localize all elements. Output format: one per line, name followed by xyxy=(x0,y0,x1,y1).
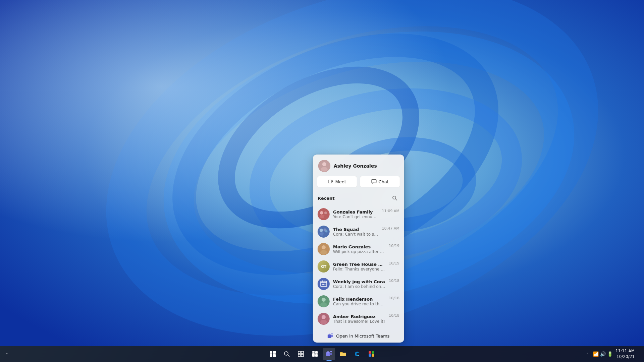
edge-icon xyxy=(354,351,360,357)
chat-time: 10/19 xyxy=(389,244,399,248)
avatar xyxy=(318,313,330,325)
chat-info: Green Tree House PTA Felix: Thanks every… xyxy=(333,262,385,272)
svg-rect-50 xyxy=(298,354,301,357)
svg-point-58 xyxy=(330,351,332,353)
search-icon xyxy=(392,195,397,201)
widgets-icon xyxy=(312,351,318,357)
user-avatar-img xyxy=(318,160,330,172)
svg-point-43 xyxy=(329,334,330,336)
chat-preview: Will pick up pizza after my practice. xyxy=(333,249,385,254)
svg-point-37 xyxy=(322,298,326,302)
list-item[interactable]: Felix Henderson Can you drive me to the … xyxy=(314,293,403,310)
popup-header: Ashley Gonzales xyxy=(313,155,404,176)
windows-logo xyxy=(270,351,276,357)
chat-button[interactable]: Chat xyxy=(360,176,400,187)
store-icon xyxy=(368,351,374,357)
svg-point-38 xyxy=(320,302,327,307)
svg-rect-55 xyxy=(315,354,318,357)
svg-point-33 xyxy=(322,284,323,285)
chat-time: 10:47 AM xyxy=(382,226,399,231)
open-teams-button[interactable]: Open in Microsoft Teams xyxy=(313,329,404,343)
list-item[interactable]: Gonzales Family You: Can't get enough of… xyxy=(314,205,403,223)
list-item[interactable]: Amber Rodriguez That is awesome! Love it… xyxy=(314,310,403,327)
search-button[interactable] xyxy=(390,193,399,203)
chat-name: Gonzales Family xyxy=(333,209,379,215)
avatar xyxy=(318,295,330,307)
list-item[interactable]: GT Green Tree House PTA Felix: Thanks ev… xyxy=(314,258,403,275)
chat-name: The Squad xyxy=(333,227,379,232)
svg-rect-63 xyxy=(372,354,374,357)
svg-point-10 xyxy=(321,167,328,172)
meet-button[interactable]: Meet xyxy=(317,176,357,187)
recent-label: Recent xyxy=(318,196,335,201)
list-item[interactable]: Mario Gonzales Will pick up pizza after … xyxy=(314,240,403,258)
chat-preview: Felix: Thanks everyone for attending tod… xyxy=(333,267,385,272)
avatar: GT xyxy=(318,260,330,273)
chat-preview: That is awesome! Love it! xyxy=(333,319,385,324)
system-icons: 📶 🔊 🔋 xyxy=(593,351,613,357)
wifi-icon[interactable]: 📶 xyxy=(593,351,599,357)
clock-date: 10/20/21 xyxy=(615,354,635,360)
svg-point-40 xyxy=(322,315,326,319)
teams-taskbar-icon xyxy=(326,351,332,357)
edge-button[interactable] xyxy=(351,348,363,360)
chat-name: Weekly jog with Cora xyxy=(333,279,385,284)
username: Ashley Gonzales xyxy=(334,163,377,169)
taskbar: ⌃ xyxy=(0,346,644,362)
svg-rect-49 xyxy=(301,351,304,354)
file-explorer-button[interactable] xyxy=(337,348,349,360)
avatar xyxy=(318,243,330,255)
svg-rect-62 xyxy=(369,354,371,357)
svg-line-47 xyxy=(288,355,289,357)
chat-name: Green Tree House PTA xyxy=(333,262,385,267)
chat-popup: Ashley Gonzales Meet Chat Recent xyxy=(313,155,404,343)
widgets-button[interactable] xyxy=(309,348,321,360)
svg-line-14 xyxy=(395,199,397,200)
start-button[interactable] xyxy=(267,348,279,360)
svg-rect-52 xyxy=(312,351,315,353)
task-view-icon xyxy=(298,351,304,357)
svg-point-20 xyxy=(318,226,330,238)
teams-chat-button[interactable] xyxy=(323,348,335,360)
taskbar-center xyxy=(267,348,377,360)
chat-preview: Cora: Can't wait to see everyone! xyxy=(333,232,379,237)
svg-rect-12 xyxy=(372,180,376,183)
svg-point-35 xyxy=(324,284,325,285)
calendar-icon xyxy=(320,280,327,288)
chat-info: The Squad Cora: Can't wait to see everyo… xyxy=(333,227,379,237)
svg-point-57 xyxy=(327,351,329,353)
svg-rect-59 xyxy=(329,353,332,355)
svg-rect-53 xyxy=(315,351,318,354)
system-tray-expand[interactable]: ⌃ xyxy=(585,351,590,357)
svg-point-27 xyxy=(322,245,326,249)
svg-rect-45 xyxy=(331,335,333,337)
svg-point-16 xyxy=(320,211,323,215)
volume-icon[interactable]: 🔊 xyxy=(600,351,606,357)
svg-point-19 xyxy=(324,216,328,218)
task-view-button[interactable] xyxy=(295,348,307,360)
chat-preview: Can you drive me to the PTA today? xyxy=(333,302,385,306)
overflow-button[interactable]: ⌃ xyxy=(4,351,9,357)
clock[interactable]: 11:11 AM 10/20/21 xyxy=(615,348,635,360)
svg-rect-48 xyxy=(298,351,301,354)
battery-icon[interactable]: 🔋 xyxy=(607,351,613,357)
avatar xyxy=(318,208,330,220)
svg-point-17 xyxy=(324,212,327,214)
store-button[interactable] xyxy=(365,348,377,360)
search-taskbar-button[interactable] xyxy=(281,348,293,360)
chat-preview: Cora: I am so behind on my step goals. xyxy=(333,284,385,289)
list-item[interactable]: Weekly jog with Cora Cora: I am so behin… xyxy=(314,275,403,293)
chat-preview: You: Can't get enough of her. xyxy=(333,215,379,219)
chat-info: Weekly jog with Cora Cora: I am so behin… xyxy=(333,279,385,289)
svg-point-34 xyxy=(323,284,324,285)
svg-point-44 xyxy=(331,333,333,335)
svg-point-9 xyxy=(322,162,326,166)
chat-time: 10/19 xyxy=(389,261,399,265)
svg-point-21 xyxy=(320,229,323,232)
svg-point-15 xyxy=(318,208,330,220)
chat-name: Amber Rodriguez xyxy=(333,314,385,319)
avatar xyxy=(318,278,330,290)
list-item[interactable]: The Squad Cora: Can't wait to see everyo… xyxy=(314,223,403,240)
svg-rect-54 xyxy=(312,353,315,357)
chat-info: Gonzales Family You: Can't get enough of… xyxy=(333,209,379,219)
